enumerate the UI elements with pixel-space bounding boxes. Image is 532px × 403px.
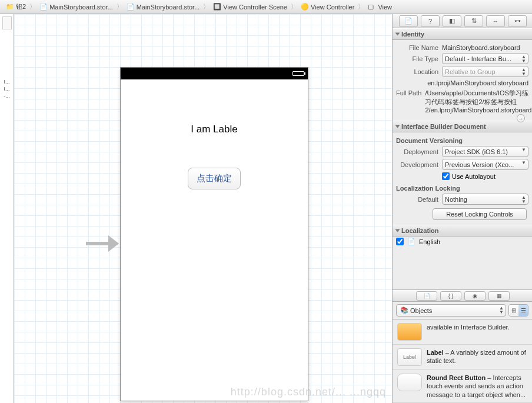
- file-icon: 📄: [407, 238, 415, 245]
- library-items[interactable]: available in Interface Builder. Label La…: [393, 319, 532, 403]
- disclosure-icon: [395, 33, 400, 36]
- identity-tab[interactable]: ◧: [443, 15, 461, 27]
- loc-lock-title: Localization Locking: [396, 185, 528, 192]
- disclosure-icon: [395, 229, 400, 232]
- breadcrumb-item[interactable]: ▢View: [364, 3, 395, 11]
- canvas[interactable]: I am Lable 点击确定 http://blog.csdn.net/...…: [14, 14, 392, 403]
- library-item[interactable]: Label Label – A variably sized amount of…: [393, 345, 532, 370]
- identity-body: File NameMainStoryboard.storyboard File …: [393, 40, 532, 121]
- code-snippet-tab[interactable]: { }: [440, 291, 461, 301]
- ib-body: Document Versioning DeploymentProject SD…: [393, 132, 532, 225]
- library-panel: 📄 { } ◉ ▦ 📚 Objects▲▼ ⊞☰ available in In…: [393, 289, 532, 403]
- library-item[interactable]: available in Interface Builder.: [393, 319, 532, 345]
- breadcrumb-item[interactable]: 📄MainStoryboard.stor...: [123, 3, 204, 11]
- size-tab[interactable]: ↔: [486, 15, 505, 27]
- library-item-desc: available in Interface Builder.: [427, 323, 527, 331]
- breadcrumb-item[interactable]: 📁钮2: [2, 2, 29, 11]
- list-view-icon[interactable]: ☰: [518, 305, 528, 316]
- file-type-label: File Type: [396, 55, 438, 62]
- initial-scene-arrow[interactable]: [85, 232, 120, 257]
- full-path-label: Full Path: [396, 89, 421, 96]
- localization-english-checkbox[interactable]: [396, 238, 404, 245]
- breadcrumb-sep: 〉: [203, 2, 210, 11]
- localization-row: 📄 English: [393, 237, 532, 247]
- file-name-label: File Name: [396, 44, 438, 51]
- location-label: Location: [396, 68, 438, 75]
- identity-header[interactable]: Identity: [393, 28, 532, 40]
- outline-item[interactable]: -...: [4, 93, 10, 99]
- development-select[interactable]: Previous Version (Xco...▼: [442, 159, 528, 170]
- versioning-title: Document Versioning: [396, 137, 528, 144]
- grid-view-icon[interactable]: ⊞: [509, 305, 518, 316]
- full-path-value: /Users/apple/Documents/IOS学习练习代码/标签与按钮2/…: [425, 89, 531, 114]
- file-inspector-tab[interactable]: 📄: [399, 15, 418, 27]
- breadcrumb-item[interactable]: 🟡View Controller: [297, 3, 358, 11]
- development-label: Development: [396, 161, 438, 168]
- autolayout-checkbox[interactable]: [442, 172, 450, 180]
- outline-item[interactable]: I...: [4, 79, 9, 85]
- library-view-toggle[interactable]: ⊞☰: [508, 304, 528, 317]
- breadcrumb-sep: 〉: [117, 2, 123, 11]
- location-select[interactable]: Relative to Group▲▼: [442, 66, 528, 77]
- button-icon: [397, 374, 422, 391]
- library-item[interactable]: Round Rect Button – Intercepts touch eve…: [393, 370, 532, 403]
- breadcrumb-sep: 〉: [358, 2, 364, 11]
- outline-item[interactable]: t...: [4, 86, 9, 92]
- battery-icon: [292, 71, 304, 76]
- ui-button[interactable]: 点击确定: [188, 168, 241, 189]
- breadcrumb-sep: 〉: [29, 2, 36, 11]
- location-path: en.lproj/MainStoryboard.storyboard: [427, 79, 528, 87]
- localization-english-label: English: [419, 238, 440, 245]
- document-outline[interactable]: I... t... -...: [0, 14, 14, 403]
- breadcrumb-item[interactable]: 🔲View Controller Scene: [210, 3, 291, 11]
- breadcrumb-item[interactable]: 📄MainStoryboard.stor...: [36, 3, 117, 11]
- deployment-select[interactable]: Project SDK (iOS 6.1)▼: [442, 146, 528, 157]
- reveal-in-finder-icon[interactable]: →: [517, 114, 525, 122]
- library-tabs: 📄 { } ◉ ▦: [393, 290, 532, 302]
- ui-label[interactable]: I am Lable: [121, 124, 308, 135]
- default-select[interactable]: Nothing▲▼: [442, 194, 528, 205]
- status-bar: [121, 68, 308, 79]
- disclosure-icon: [395, 125, 400, 128]
- quick-help-tab[interactable]: ?: [421, 15, 440, 27]
- library-selector[interactable]: 📚 Objects▲▼: [396, 304, 506, 317]
- file-template-tab[interactable]: 📄: [416, 291, 437, 301]
- connections-tab[interactable]: ⊶: [508, 15, 527, 27]
- deployment-label: Deployment: [396, 148, 438, 155]
- library-filter-row: 📚 Objects▲▼ ⊞☰: [393, 302, 532, 319]
- breadcrumb-sep: 〉: [291, 2, 297, 11]
- reset-locking-button[interactable]: Reset Locking Controls: [433, 208, 527, 220]
- file-type-select[interactable]: Default - Interface Bu...▲▼: [442, 53, 528, 64]
- ib-header[interactable]: Interface Builder Document: [393, 121, 532, 132]
- library-item-desc: Label – A variably sized amount of stati…: [427, 348, 527, 365]
- main-area: I... t... -... I am Lable 点击确定 http://bl…: [0, 14, 532, 403]
- autolayout-label: Use Autolayout: [452, 173, 496, 180]
- inspector-panel: 📄 ? ◧ ⇅ ↔ ⊶ Identity File NameMainStoryb…: [392, 14, 532, 403]
- outline-thumb[interactable]: [2, 16, 12, 29]
- media-library-tab[interactable]: ▦: [488, 291, 510, 301]
- inspector-tabs: 📄 ? ◧ ⇅ ↔ ⊶: [393, 14, 532, 28]
- default-label: Default: [396, 196, 438, 203]
- attributes-tab[interactable]: ⇅: [464, 15, 483, 27]
- object-library-tab[interactable]: ◉: [464, 291, 486, 301]
- label-icon: Label: [397, 348, 422, 366]
- device-frame[interactable]: I am Lable 点击确定: [120, 67, 308, 401]
- library-item-desc: Round Rect Button – Intercepts touch eve…: [427, 374, 527, 399]
- file-name-value[interactable]: MainStoryboard.storyboard: [442, 44, 528, 51]
- object-icon: [397, 323, 422, 341]
- breadcrumb-bar: 📁钮2 〉 📄MainStoryboard.stor... 〉 📄MainSto…: [0, 0, 532, 14]
- localization-header[interactable]: Localization: [393, 225, 532, 237]
